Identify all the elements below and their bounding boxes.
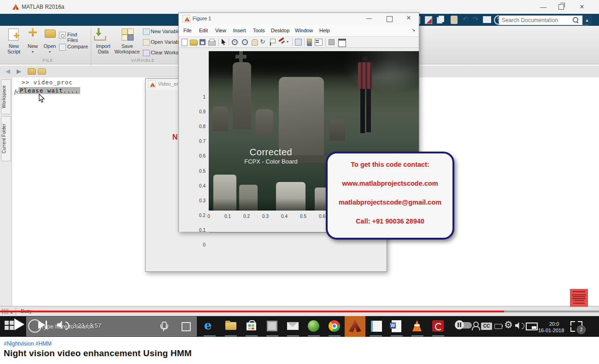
sidebar-tab-workspace[interactable]: Workspace [1, 79, 11, 114]
link-plot-icon[interactable] [295, 39, 302, 46]
redo-icon[interactable]: ↷ [473, 15, 478, 23]
restore-button-back [560, 3, 565, 7]
colorbar-icon[interactable] [307, 39, 312, 46]
taskbar-word-icon[interactable]: W [386, 316, 407, 337]
switch-window-icon[interactable] [483, 16, 491, 23]
back-arrow-icon[interactable]: ◀ [6, 68, 10, 75]
next-button[interactable] [38, 321, 45, 329]
tombstone-large [279, 77, 324, 157]
video-hashtags[interactable]: #Nightvision #HMM [4, 341, 52, 347]
video-progress-remaining[interactable] [504, 311, 599, 312]
close-button[interactable]: × [575, 2, 589, 12]
figure-minimize-button[interactable]: — [363, 15, 375, 22]
menu-overflow-icon[interactable]: ↘ [411, 27, 415, 32]
video-progress-bar[interactable] [0, 311, 504, 312]
data-cursor-icon[interactable] [270, 39, 276, 43]
new-script-button[interactable]: New Script [3, 27, 25, 58]
menu-file[interactable]: File [183, 28, 192, 33]
taskbar-chrome-icon[interactable] [324, 316, 345, 337]
browse-folder-icon[interactable] [38, 68, 46, 75]
video-info-strip: #Nightvision #HMM Night vision video enh… [0, 337, 599, 364]
open-button[interactable]: Open ▾ [41, 27, 58, 61]
tombstone [212, 106, 228, 131]
save-workspace-button[interactable]: Save Workspace [114, 27, 140, 58]
pan-tool-icon[interactable] [252, 39, 258, 46]
taskbar-notepad-icon[interactable] [365, 316, 386, 337]
tombstone [329, 119, 345, 141]
fullscreen-button[interactable] [570, 321, 575, 326]
command-line: >> video_proc [22, 79, 73, 86]
matlab-logo-icon [12, 4, 19, 10]
taskbar-green-app-icon[interactable] [303, 316, 324, 337]
menu-help[interactable]: Help [319, 28, 330, 33]
zoom-out-icon[interactable]: - [242, 39, 248, 45]
taskbar-edge-icon[interactable]: e [200, 316, 220, 337]
new-button[interactable]: New ▾ [25, 27, 41, 61]
forward-arrow-icon[interactable]: ▶ [17, 68, 21, 75]
taskbar-vlc-icon[interactable] [407, 316, 428, 337]
copy-icon-back [439, 16, 444, 22]
contact-phone: Call: +91 90036 28940 [328, 217, 452, 225]
figure-toolbar: + - ↻ ▾ [179, 37, 419, 48]
figure-close-button[interactable]: × [403, 14, 415, 22]
menu-view[interactable]: View [215, 28, 226, 33]
clock-date[interactable]: 16-01-2018 [538, 328, 564, 333]
compare-icon [59, 44, 66, 51]
task-view-icon[interactable] [182, 322, 191, 331]
pointer-tool-icon[interactable] [221, 39, 227, 46]
contact-info-box: To get this code contact: www.matlabproj… [326, 152, 454, 240]
undo-icon[interactable]: ↶ [463, 15, 468, 23]
fx-indicator: fx [14, 88, 18, 95]
figure-maximize-button[interactable] [387, 16, 393, 22]
system-volume-icon[interactable] [515, 322, 521, 329]
sidebar-tab-current-folder[interactable]: Current Folder [1, 116, 11, 161]
collapse-ribbon-button[interactable]: ▴ [582, 15, 592, 25]
new-figure-icon[interactable] [182, 39, 188, 46]
menu-window[interactable]: Window [295, 28, 313, 33]
play-button[interactable] [14, 318, 24, 330]
taskbar-mail-icon[interactable] [282, 316, 303, 337]
command-output-selected: Please wait.... [18, 87, 80, 94]
closed-captions-button[interactable]: CC [481, 323, 492, 330]
menu-tools[interactable]: Tools [253, 28, 265, 33]
open-file-icon[interactable] [190, 40, 198, 46]
dock-figure-icon[interactable] [329, 39, 335, 45]
clock-time[interactable]: 20:0 [549, 321, 559, 327]
taskbar-search-box[interactable]: Type here to search [26, 317, 197, 336]
channel-watermark[interactable] [570, 289, 588, 307]
zoom-in-icon[interactable]: + [232, 39, 238, 45]
taskbar-photos-icon[interactable] [262, 316, 282, 337]
person-figure [362, 56, 368, 62]
battery-icon[interactable] [494, 324, 502, 329]
find-files-button[interactable]: Find Files [59, 31, 88, 40]
menu-insert[interactable]: Insert [233, 28, 246, 33]
mouse-cursor-icon [39, 94, 45, 103]
taskbar-explorer-icon[interactable] [220, 316, 241, 337]
clear-workspace-icon [143, 50, 150, 56]
save-workspace-icon [122, 29, 128, 35]
rotate3d-icon[interactable]: ↻ [260, 38, 265, 45]
up-folder-icon[interactable] [28, 68, 36, 75]
menu-desktop[interactable]: Desktop [271, 28, 289, 33]
compare-button[interactable]: Compare [59, 43, 88, 52]
settings-gear-button[interactable]: ⚙ [504, 319, 513, 330]
taskbar-matlab-icon-active[interactable] [345, 316, 365, 337]
tombstone [256, 109, 273, 137]
annotate-icon[interactable] [425, 16, 432, 24]
menu-edit[interactable]: Edit [199, 28, 208, 33]
video-caption-line2: FCPX - Color Board [225, 158, 317, 165]
contact-website: www.matlabprojectscode.com [328, 180, 452, 187]
notification-badge[interactable]: 2 [577, 325, 586, 334]
paste-icon[interactable] [451, 16, 458, 24]
taskbar: Type here to search 3:23 / 3:57 e [0, 316, 599, 337]
taskbar-acrobat-icon[interactable] [428, 316, 448, 337]
time-display: 3:23 / 3:57 [73, 322, 101, 329]
undock-figure-icon[interactable] [338, 39, 346, 47]
taskbar-store-icon[interactable] [241, 316, 262, 337]
figure-title: Figure 1 [193, 16, 211, 21]
section-file-label: FILE [8, 58, 88, 63]
video-window-partial-text: N [172, 133, 178, 141]
minimize-button[interactable]: — [536, 2, 550, 12]
import-data-button[interactable]: Import Data [93, 27, 113, 58]
figure-titlebar: Figure 1 — × [179, 13, 419, 25]
